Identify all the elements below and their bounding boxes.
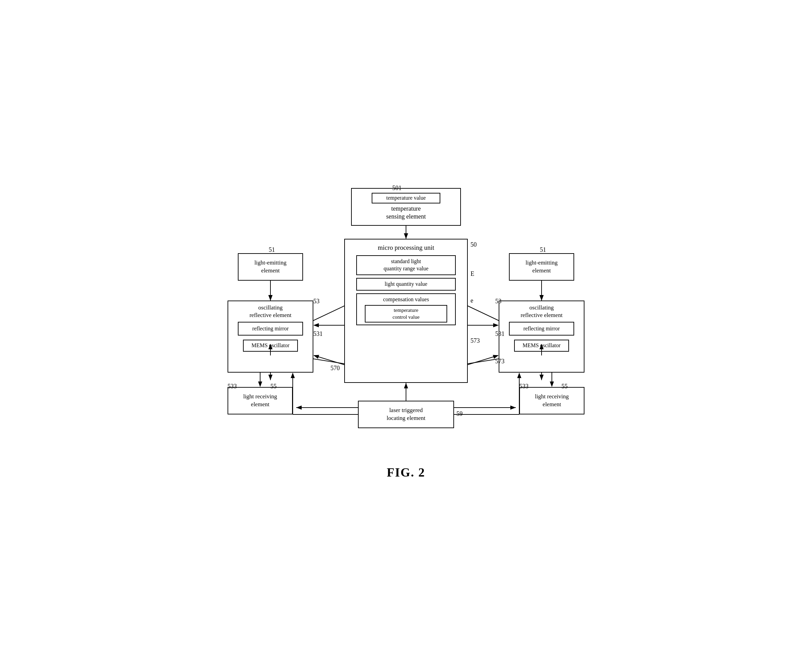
left-led-label2: element: [261, 267, 280, 274]
ref-570: 570: [330, 365, 340, 372]
mpu-block: micro processing unit standard light qua…: [344, 239, 468, 383]
light-qty-label: light quantity value: [385, 281, 427, 287]
ref-533-right: 533: [519, 383, 528, 390]
right-led-label1: light-emitting: [525, 259, 558, 266]
ref-501: 501: [392, 185, 402, 192]
left-lre-block: light receiving element: [228, 387, 293, 414]
right-ore-block: oscillating reflective element reflectin…: [499, 300, 584, 372]
left-ore-label2: reflective element: [249, 311, 291, 319]
temp-ctrl-label: temperaturecontrol value: [393, 307, 420, 320]
temp-sensing-block: temperature value temperature sensing el…: [351, 188, 461, 226]
ref-573-mems: 573: [495, 358, 505, 365]
right-led-block: light-emitting element: [509, 253, 574, 281]
left-ore-block: oscillating reflective element reflectin…: [228, 300, 313, 372]
ref-51-right: 51: [540, 246, 546, 254]
ref-50: 50: [471, 241, 477, 248]
ref-E: E: [471, 270, 474, 277]
ref-55-left: 55: [270, 383, 277, 390]
std-light-label2: quantity range value: [384, 266, 429, 271]
right-lre-block: light receiving element: [519, 387, 584, 414]
left-mirror-inner: reflecting mirror: [238, 322, 303, 336]
comp-values-inner: compensation values temperaturecontrol v…: [356, 293, 456, 325]
ref-531-right: 531: [495, 330, 505, 338]
std-light-label1: standard light: [391, 258, 421, 264]
temp-value-inner: temperature value: [372, 193, 440, 204]
left-lre-label2: element: [251, 401, 270, 408]
left-led-label1: light-emitting: [254, 259, 287, 266]
ref-55-right: 55: [561, 383, 568, 390]
left-ore-label1: oscillating: [259, 304, 283, 311]
temp-sensing-label2: temperature: [391, 205, 421, 213]
ref-573-right: 573: [471, 337, 480, 344]
left-mems-inner: MEMS oscillator: [243, 339, 298, 352]
laser-label2: locating element: [387, 414, 425, 422]
ref-531-left: 531: [313, 330, 323, 338]
ref-e: e: [471, 297, 473, 304]
mpu-label: micro processing unit: [378, 244, 435, 252]
std-light-inner: standard light quantity range value: [356, 255, 456, 275]
comp-label1: compensation values: [383, 296, 429, 302]
figure-title: FIG. 2: [217, 465, 595, 480]
left-lre-label1: light receiving: [243, 393, 277, 400]
left-mirror-label: reflecting mirror: [252, 325, 288, 332]
temp-ctrl-inner: temperaturecontrol value: [365, 305, 447, 322]
ref-53-right: 53: [495, 298, 502, 305]
ref-59: 59: [457, 410, 463, 417]
right-mems-label: MEMS oscillator: [523, 343, 561, 348]
svg-line-26: [468, 355, 498, 365]
right-ore-label2: reflective element: [521, 311, 563, 319]
right-lre-label1: light receiving: [535, 393, 569, 400]
left-mems-label: MEMS oscillator: [252, 343, 290, 348]
right-lre-label2: element: [542, 401, 561, 408]
ref-51-left: 51: [269, 246, 275, 254]
left-led-block: light-emitting element: [238, 253, 303, 281]
right-ore-label1: oscillating: [530, 304, 554, 311]
laser-block: laser triggered locating element: [358, 401, 454, 428]
svg-line-25: [314, 355, 344, 365]
right-led-label2: element: [532, 267, 551, 274]
light-qty-inner: light quantity value: [356, 278, 456, 291]
temp-value-label: temperature value: [386, 195, 425, 201]
ref-53-left: 53: [313, 298, 320, 305]
ref-533-left: 533: [228, 383, 237, 390]
right-mirror-inner: reflecting mirror: [509, 322, 574, 336]
laser-label1: laser triggered: [389, 406, 423, 414]
temp-sensing-label3: sensing element: [386, 213, 425, 221]
diagram-container: temperature value temperature sensing el…: [217, 174, 595, 483]
right-mirror-label: reflecting mirror: [524, 325, 560, 332]
right-mems-inner: MEMS oscillator: [514, 339, 569, 352]
